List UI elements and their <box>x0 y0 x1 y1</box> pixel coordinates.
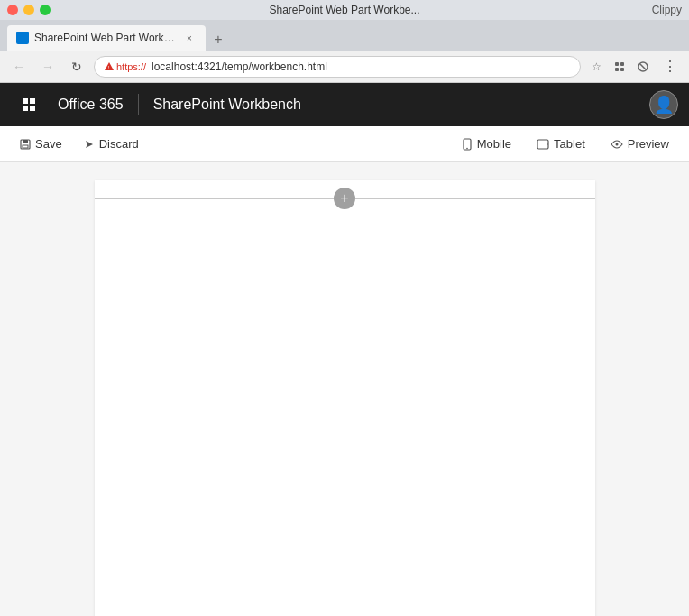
mobile-icon <box>462 138 473 151</box>
divider-line-right <box>355 198 595 199</box>
tab-title: SharePoint Web Part Workbe... <box>34 32 177 44</box>
svg-rect-2 <box>620 62 624 66</box>
active-tab[interactable]: SharePoint Web Part Workbe... × <box>7 25 206 51</box>
svg-point-11 <box>466 147 468 149</box>
grid-dot-4 <box>30 106 35 111</box>
browser-window: SharePoint Web Part Workbe... Clippy Sha… <box>0 0 689 616</box>
divider-line-left <box>95 198 335 199</box>
preview-button[interactable]: Preview <box>602 132 678 157</box>
back-button[interactable]: ← <box>7 55 31 78</box>
address-input[interactable]: ! https:// localhost:4321/temp/workbench… <box>94 56 581 78</box>
discard-icon <box>84 139 95 150</box>
save-label: Save <box>35 137 62 151</box>
nav-divider <box>138 94 139 115</box>
address-text: localhost:4321/temp/workbench.html <box>152 60 327 73</box>
svg-rect-9 <box>23 145 28 148</box>
tab-bar: SharePoint Web Part Workbe... × + <box>0 20 689 51</box>
extensions-button[interactable] <box>610 57 629 77</box>
svg-rect-3 <box>615 68 619 71</box>
user-avatar[interactable]: 👤 <box>649 90 678 119</box>
add-webpart-icon: + <box>340 191 348 206</box>
toolbar-right: Mobile Tablet Preview <box>453 132 678 157</box>
puzzle-icon <box>613 60 626 73</box>
save-button[interactable]: Save <box>11 132 71 157</box>
minimize-button[interactable] <box>23 5 34 15</box>
forward-button[interactable]: → <box>36 55 60 78</box>
new-tab-button[interactable]: + <box>206 29 231 51</box>
tablet-button[interactable]: Tablet <box>528 132 594 157</box>
title-bar: SharePoint Web Part Workbe... Clippy <box>0 0 689 20</box>
app-container: Office 365 SharePoint Workbench 👤 Save <box>0 83 689 616</box>
mobile-button[interactable]: Mobile <box>453 132 520 157</box>
https-warning: ! https:// <box>104 61 146 72</box>
window-controls <box>7 5 51 15</box>
close-button[interactable] <box>7 5 18 15</box>
avatar-icon: 👤 <box>654 95 674 115</box>
user-label: Clippy <box>652 4 682 16</box>
tablet-icon <box>537 139 549 150</box>
save-icon <box>20 139 31 150</box>
maximize-button[interactable] <box>40 5 51 15</box>
add-webpart-button[interactable]: + <box>334 188 355 209</box>
workbench-canvas: + <box>95 180 595 616</box>
preview-label: Preview <box>628 137 669 151</box>
tablet-label: Tablet <box>554 137 585 151</box>
mute-button[interactable] <box>633 57 653 77</box>
browser-menu-button[interactable]: ⋮ <box>658 55 682 78</box>
tab-favicon <box>16 32 29 44</box>
refresh-button[interactable]: ↻ <box>65 55 88 78</box>
discard-label: Discard <box>99 137 139 151</box>
discard-button[interactable]: Discard <box>75 132 148 157</box>
svg-rect-8 <box>23 140 28 143</box>
add-webpart-zone: + <box>95 188 595 209</box>
tab-close-button[interactable]: × <box>182 31 197 45</box>
preview-icon <box>611 140 623 149</box>
svg-rect-4 <box>620 68 624 71</box>
mobile-label: Mobile <box>477 137 511 151</box>
office-label: Office 365 <box>47 97 134 113</box>
svg-line-6 <box>640 64 646 69</box>
svg-point-14 <box>615 143 618 145</box>
toolbar: Save Discard Mobile <box>0 126 689 162</box>
canvas-area[interactable]: + <box>0 162 689 616</box>
address-bar: ← → ↻ ! https:// localhost:4321/temp/wor… <box>0 51 689 83</box>
address-icons: ☆ <box>586 57 653 77</box>
workbench-label: SharePoint Workbench <box>142 97 312 113</box>
grid-dot-1 <box>23 98 28 104</box>
window-title: SharePoint Web Part Workbe... <box>270 4 420 16</box>
grid-icon <box>23 98 35 111</box>
warning-icon: ! <box>104 61 115 72</box>
bookmark-button[interactable]: ☆ <box>586 57 606 77</box>
svg-rect-1 <box>615 62 619 66</box>
svg-point-13 <box>547 143 548 145</box>
grid-dot-3 <box>23 106 28 111</box>
app-launcher-button[interactable] <box>11 87 47 123</box>
grid-dot-2 <box>30 98 35 104</box>
mute-icon <box>637 60 649 73</box>
app-nav: Office 365 SharePoint Workbench 👤 <box>0 83 689 126</box>
